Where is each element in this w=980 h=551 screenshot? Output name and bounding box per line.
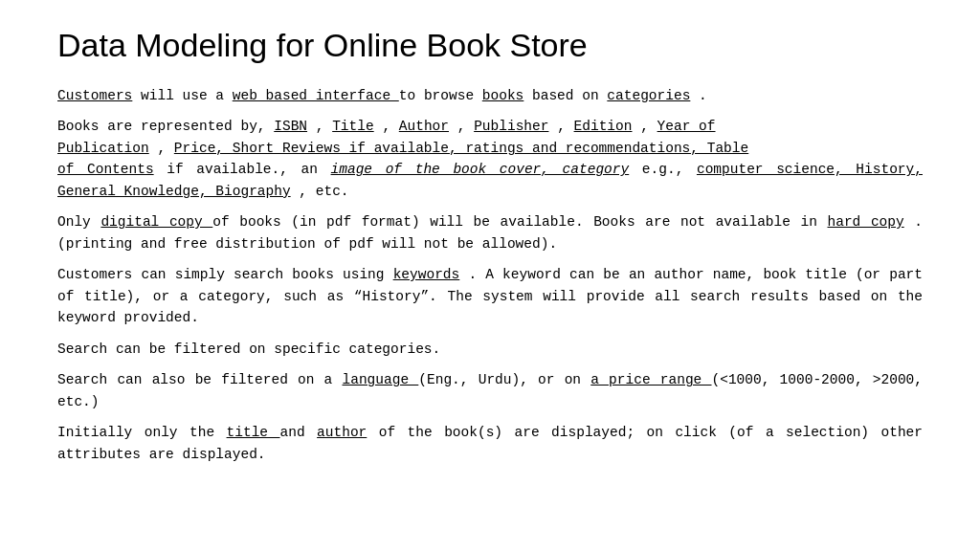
p2-title: Title — [332, 119, 374, 134]
p2-text2: if available., an — [167, 162, 330, 177]
paragraph-6: Search can also be filtered on a languag… — [57, 369, 923, 412]
p2-comma2: , — [382, 119, 398, 134]
p6-text1: Search can also be filtered on a — [57, 372, 343, 387]
p2-publisher: Publisher — [474, 119, 548, 134]
p3-digital-copy: digital copy — [100, 214, 212, 230]
p2-isbn: ISBN — [274, 119, 307, 134]
p1-books: books — [482, 88, 524, 103]
p7-text2: and — [280, 425, 318, 440]
p2-edition: Edition — [574, 119, 633, 134]
p3-hard-copy: hard copy — [828, 214, 904, 230]
p1-web-interface: web based interface — [233, 88, 399, 103]
p5-text: Search can be filtered on specific categ… — [57, 342, 440, 357]
p2-year-of: Year of — [657, 119, 716, 134]
p2-price-reviews: Price, Short Reviews if available, ratin… — [174, 141, 748, 156]
p4-keywords: keywords — [393, 267, 460, 282]
p2-of-contents: of Contents — [57, 162, 154, 177]
p2-text1: Books are represented by, — [57, 119, 274, 134]
p1-text1: will use a — [141, 88, 233, 103]
p6-language: language — [343, 372, 419, 387]
paragraph-7: Initially only the title and author of t… — [57, 422, 923, 465]
p2-text3: e.g., — [642, 162, 697, 177]
p2-comma5: , — [640, 119, 657, 134]
p2-text4: , etc. — [299, 184, 348, 199]
p2-comma6: , — [157, 141, 173, 156]
p1-period: . — [699, 88, 707, 103]
p6-text2: (Eng., Urdu), or on — [418, 372, 590, 387]
content-body: Customers will use a web based interface… — [57, 85, 923, 465]
p3-text2: of books (in pdf format) will be availab… — [212, 214, 827, 230]
p1-customers: Customers — [57, 88, 132, 103]
paragraph-1: Customers will use a web based interface… — [57, 85, 923, 106]
paragraph-3: Only digital copy of books (in pdf forma… — [57, 211, 923, 254]
p7-author: author — [317, 425, 367, 440]
p7-text1: Initially only the — [57, 425, 227, 440]
p1-categories: categories — [607, 88, 690, 103]
p6-price-range: a price range — [590, 372, 711, 387]
paragraph-5: Search can be filtered on specific categ… — [57, 339, 923, 360]
paragraph-2: Books are represented by, ISBN , Title ,… — [57, 116, 923, 202]
p2-image-category: image of the book cover, category — [331, 162, 630, 177]
p1-text3: based on — [532, 88, 607, 103]
p1-text2: to browse — [399, 88, 482, 103]
page-title: Data Modeling for Online Book Store — [57, 27, 923, 64]
p2-comma4: , — [557, 119, 573, 134]
p4-text1: Customers can simply search books using — [57, 267, 393, 282]
p2-author: Author — [399, 119, 449, 134]
p7-title: title — [227, 425, 280, 440]
p2-comma1: , — [316, 119, 332, 134]
p2-publication: Publication — [57, 141, 149, 156]
page-container: Data Modeling for Online Book Store Cust… — [0, 0, 980, 551]
p2-comma3: , — [457, 119, 474, 134]
p3-text1: Only — [57, 214, 100, 230]
paragraph-4: Customers can simply search books using … — [57, 264, 923, 328]
